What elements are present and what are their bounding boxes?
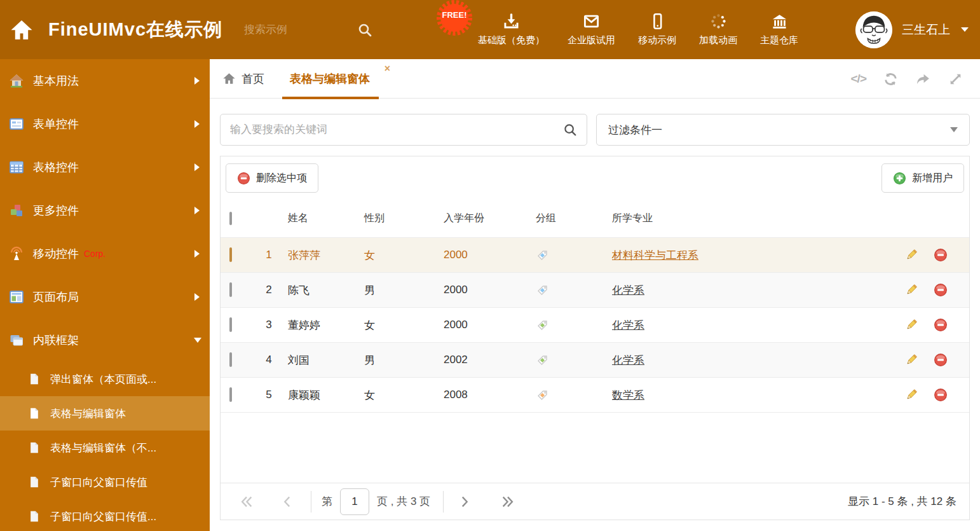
submenu-label: 表格与编辑窗体（不... xyxy=(50,441,156,455)
sidebar-item-label: 页面布局 xyxy=(33,289,79,305)
close-icon[interactable]: × xyxy=(385,64,390,74)
nav-mobile-examples[interactable]: 移动示例 xyxy=(638,13,676,46)
row-number: 4 xyxy=(250,354,288,366)
page-number-input[interactable] xyxy=(340,488,369,515)
table-row[interactable]: 1 张萍萍 女 2000 材料科学与工程系 xyxy=(221,238,969,273)
delete-row-icon[interactable] xyxy=(934,388,948,402)
sidebar-item-iframe[interactable]: 内联框架 xyxy=(0,319,210,362)
submenu-child-to-parent[interactable]: 子窗口向父窗口传值 xyxy=(0,465,210,499)
edit-icon[interactable] xyxy=(904,248,918,262)
chevron-down-icon xyxy=(950,127,958,132)
nav-label: 主题仓库 xyxy=(760,34,798,46)
cell-gender: 女 xyxy=(364,388,444,403)
nav-label: 加载动画 xyxy=(699,34,737,46)
row-number: 5 xyxy=(250,389,288,401)
edit-icon[interactable] xyxy=(904,353,918,367)
file-icon xyxy=(28,407,41,420)
user-menu[interactable]: 三生石上 xyxy=(855,0,969,59)
prev-page-button[interactable] xyxy=(280,495,294,509)
select-checkbox[interactable] xyxy=(229,247,232,262)
cell-year: 2008 xyxy=(444,389,536,401)
tab-home[interactable]: 首页 xyxy=(222,71,264,86)
top-header: FineUIMvc在线示例 FREE! 基础版（免费） 企业版试用 移动示例 加… xyxy=(0,0,980,59)
cell-name: 董婷婷 xyxy=(288,318,364,333)
delete-row-icon[interactable] xyxy=(934,283,948,297)
major-link[interactable]: 化学系 xyxy=(612,284,644,296)
home-icon[interactable] xyxy=(10,18,33,41)
nav-enterprise-trial[interactable]: 企业版试用 xyxy=(568,13,615,46)
house-icon xyxy=(9,73,24,88)
cell-gender: 男 xyxy=(364,353,444,368)
major-link[interactable]: 数学系 xyxy=(612,389,644,401)
edit-icon[interactable] xyxy=(904,318,918,332)
submenu-grid-edit-window[interactable]: 表格与编辑窗体 xyxy=(0,396,210,431)
major-link[interactable]: 材料科学与工程系 xyxy=(612,249,698,261)
nav-theme-repo[interactable]: 主题仓库 xyxy=(760,13,798,46)
select-checkbox[interactable] xyxy=(229,387,232,402)
cell-name: 张萍萍 xyxy=(288,248,364,263)
sidebar-item-label: 移动控件 xyxy=(33,246,79,261)
header-search-input[interactable] xyxy=(244,24,339,36)
submenu-grid-edit-window-alt[interactable]: 表格与编辑窗体（不... xyxy=(0,431,210,465)
filter-dropdown[interactable]: 过滤条件一 xyxy=(596,114,970,146)
page-content: 过滤条件一 删除选中项 新增用户 xyxy=(210,99,980,531)
view-source-icon[interactable]: </> xyxy=(851,72,866,86)
cell-year: 2000 xyxy=(444,319,536,331)
delete-row-icon[interactable] xyxy=(934,353,948,367)
cubes-icon xyxy=(9,203,24,218)
submenu-label: 子窗口向父窗口传值 xyxy=(50,475,147,490)
sidebar-item-page-layout[interactable]: 页面布局 xyxy=(0,275,210,319)
plus-circle-icon xyxy=(893,172,906,185)
search-icon[interactable] xyxy=(357,22,372,38)
main-area: 首页 表格与编辑窗体 × </> xyxy=(210,59,980,531)
nav-loading-animation[interactable]: 加载动画 xyxy=(699,13,737,46)
layout-icon xyxy=(9,289,24,305)
cell-name: 陈飞 xyxy=(288,283,364,298)
table-row[interactable]: 5 康颖颖 女 2008 数学系 xyxy=(221,378,969,413)
edit-icon[interactable] xyxy=(904,388,918,402)
table-row[interactable]: 2 陈飞 男 2000 化学系 xyxy=(221,273,969,308)
expand-icon[interactable] xyxy=(948,71,963,87)
next-page-button[interactable] xyxy=(458,495,472,509)
sidebar-item-grid-controls[interactable]: 表格控件 xyxy=(0,146,210,189)
submenu-popup-window[interactable]: 弹出窗体（本页面或... xyxy=(0,362,210,396)
refresh-icon[interactable] xyxy=(883,71,899,87)
first-page-button[interactable] xyxy=(240,495,254,509)
corp-badge: Corp. xyxy=(84,249,105,259)
submenu-label: 子窗口向父窗口传值... xyxy=(50,509,156,524)
file-icon xyxy=(28,373,41,385)
search-icon[interactable] xyxy=(563,123,577,137)
delete-row-icon[interactable] xyxy=(934,318,948,332)
select-checkbox[interactable] xyxy=(229,352,232,367)
sidebar-item-more-controls[interactable]: 更多控件 xyxy=(0,189,210,232)
submenu-child-to-parent-alt[interactable]: 子窗口向父窗口传值... xyxy=(0,499,210,531)
tab-grid-edit-window[interactable]: 表格与编辑窗体 × xyxy=(282,59,399,99)
select-checkbox[interactable] xyxy=(229,317,232,332)
select-all-checkbox[interactable] xyxy=(229,212,232,225)
chevron-down-icon xyxy=(961,27,969,32)
keyword-search-input[interactable] xyxy=(230,123,563,136)
major-link[interactable]: 化学系 xyxy=(612,319,644,331)
nav-basic-edition[interactable]: 基础版（免费） xyxy=(478,13,545,46)
delete-row-icon[interactable] xyxy=(934,248,948,262)
spinner-icon xyxy=(710,13,727,30)
share-icon[interactable] xyxy=(915,71,931,87)
select-checkbox[interactable] xyxy=(229,282,232,297)
row-number: 3 xyxy=(250,319,288,331)
delete-selected-button[interactable]: 删除选中项 xyxy=(226,163,318,193)
frames-icon xyxy=(9,333,24,348)
grid-toolbar: 删除选中项 新增用户 xyxy=(221,156,969,200)
sidebar-item-label: 内联框架 xyxy=(33,333,79,348)
table-row[interactable]: 3 董婷婷 女 2000 化学系 xyxy=(221,308,969,343)
sidebar-item-label: 更多控件 xyxy=(33,203,79,218)
table-row[interactable]: 4 刘国 男 2002 化学系 xyxy=(221,343,969,378)
sidebar-item-basic-usage[interactable]: 基本用法 xyxy=(0,59,210,102)
divider xyxy=(311,491,311,513)
sidebar-item-mobile-controls[interactable]: 移动控件 Corp. xyxy=(0,232,210,275)
chevron-right-icon xyxy=(194,120,200,128)
sidebar-item-form-controls[interactable]: 表单控件 xyxy=(0,102,210,146)
add-user-button[interactable]: 新增用户 xyxy=(881,163,964,193)
last-page-button[interactable] xyxy=(501,495,515,509)
edit-icon[interactable] xyxy=(904,283,918,297)
major-link[interactable]: 化学系 xyxy=(612,354,644,366)
